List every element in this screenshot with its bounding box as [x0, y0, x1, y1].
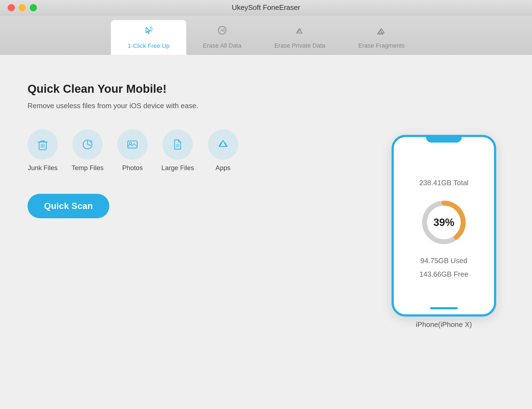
svg-rect-14 [128, 141, 137, 148]
device-name: iPhone(iPhone X) [416, 320, 472, 329]
phone-mockup: 238.41GB Total 39% 94.75GB Used 143.66GB… [392, 135, 496, 317]
quick-scan-button[interactable]: Quick Scan [28, 194, 109, 218]
svg-line-12 [88, 144, 91, 145]
maximize-button[interactable] [30, 4, 37, 11]
donut-chart: 39% [416, 195, 471, 250]
right-panel: 238.41GB Total 39% 94.75GB Used 143.66GB… [378, 71, 510, 392]
feature-junk-files[interactable]: Junk Files [28, 129, 58, 172]
tab-eraseprivate[interactable]: Erase Private Data [258, 20, 342, 54]
svg-line-2 [150, 30, 151, 31]
svg-text:All: All [221, 28, 225, 32]
subtext: Remove useless files from your iOS devic… [28, 102, 356, 110]
app-title: UkeySoft FoneEraser [232, 3, 300, 12]
headline: Quick Clean Your Mobile! [28, 82, 356, 96]
phone-content: 238.41GB Total 39% 94.75GB Used 143.66GB… [416, 145, 471, 306]
eraseprivate-icon [294, 25, 306, 39]
large-files-label: Large Files [161, 164, 194, 172]
phone-home-bar [430, 307, 458, 309]
left-panel: Quick Clean Your Mobile! Remove useless … [28, 71, 356, 392]
erasefragments-icon [375, 25, 387, 39]
tabbar: 1-Click Free Up All Erase All Data Erase… [0, 15, 532, 55]
phone-notch [426, 135, 462, 143]
tab-erasefragments-label: Erase Fragments [358, 42, 405, 49]
svg-line-0 [150, 27, 151, 28]
photos-icon [117, 129, 148, 160]
junk-files-icon [28, 129, 58, 160]
storage-used: 94.75GB Used [420, 257, 468, 265]
large-files-icon [162, 129, 193, 160]
storage-percent: 39% [433, 216, 454, 228]
temp-files-icon [72, 129, 103, 160]
titlebar: UkeySoft FoneEraser [0, 0, 532, 15]
apps-icon [208, 129, 238, 160]
feature-icons: Junk Files Temp Files [28, 129, 356, 172]
junk-files-label: Junk Files [28, 164, 58, 172]
feature-temp-files[interactable]: Temp Files [72, 129, 104, 172]
window-controls [8, 4, 37, 11]
photos-label: Photos [122, 164, 143, 172]
tab-eraseall-label: Erase All Data [203, 42, 241, 49]
main-content: Quick Clean Your Mobile! Remove useless … [0, 55, 532, 409]
storage-free: 143.66GB Free [419, 270, 468, 279]
apps-label: Apps [215, 164, 230, 172]
close-button[interactable] [8, 4, 15, 11]
svg-point-13 [90, 140, 93, 143]
eraseall-icon: All [216, 25, 228, 39]
temp-files-label: Temp Files [72, 164, 104, 172]
tab-1click[interactable]: 1-Click Free Up [111, 20, 186, 55]
tab-eraseall[interactable]: All Erase All Data [186, 20, 258, 54]
1click-icon [143, 25, 155, 40]
tab-eraseprivate-label: Erase Private Data [274, 42, 325, 49]
minimize-button[interactable] [19, 4, 26, 11]
tab-erasefragments[interactable]: Erase Fragments [342, 20, 421, 54]
feature-large-files[interactable]: Large Files [161, 129, 194, 172]
storage-total: 238.41GB Total [419, 179, 469, 187]
tab-1click-label: 1-Click Free Up [127, 42, 170, 50]
feature-photos[interactable]: Photos [117, 129, 148, 172]
feature-apps[interactable]: Apps [208, 129, 238, 172]
